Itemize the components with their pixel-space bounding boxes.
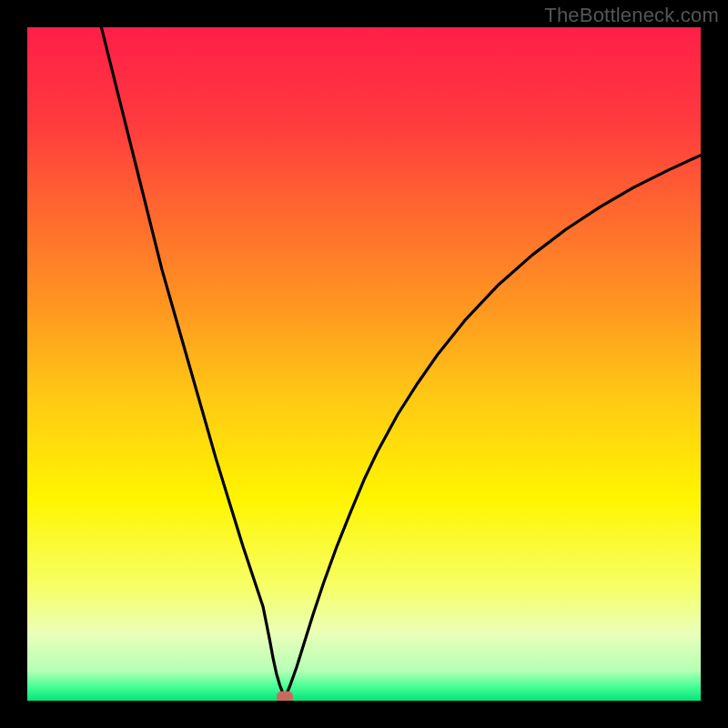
- watermark-text: TheBottleneck.com: [544, 4, 719, 27]
- bottleneck-curve: [27, 27, 701, 701]
- optimal-point-marker: [277, 691, 293, 701]
- plot-area: [27, 27, 701, 701]
- chart-frame: TheBottleneck.com: [0, 0, 728, 728]
